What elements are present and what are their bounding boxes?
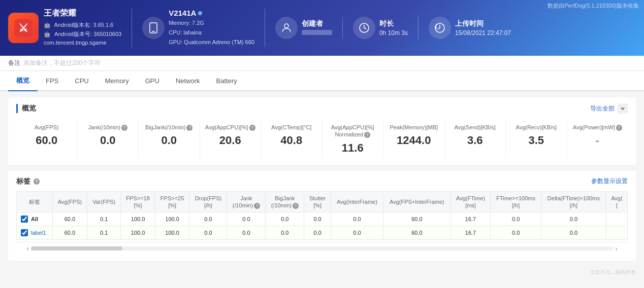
col-tag: 标签 <box>17 191 53 212</box>
row-all-extra <box>606 212 627 226</box>
bigjank-col-help[interactable]: ? <box>293 203 299 209</box>
row-label1-jank: 0.0 <box>227 226 266 240</box>
col-ftime100: FTime>=100ms[/h] <box>491 191 541 212</box>
app-meta: 🤖 Android版本名: 3.65.1.6 🤖 Android版本号: 365… <box>44 21 121 48</box>
game-icon: ⚔ <box>14 19 33 37</box>
device-icon <box>142 17 165 39</box>
tab-gpu[interactable]: GPU <box>137 72 168 91</box>
stat-avg-cpu-norm: Avg(AppCPU)[%]Normalized? 11.6 <box>323 120 384 159</box>
stat-avg-power: Avg(Power)[mW]? - <box>567 120 628 159</box>
col-avg-fps: Avg(FPS) <box>52 191 87 212</box>
overview-header: 概览 导出全部 <box>16 103 628 114</box>
device-section: V2141A Memory: 7.2G CPU: lahaina GPU: Qu… <box>132 9 265 47</box>
power-help-icon[interactable]: ? <box>616 125 622 131</box>
norm-help-icon[interactable]: ? <box>364 132 370 138</box>
col-fps25: FPS>=25[%] <box>155 191 189 212</box>
device-cpu: CPU: lahaina <box>169 29 202 35</box>
row-label1-fps-interframe: 60.0 <box>383 226 450 240</box>
col-delta-ftime: Delta(FTime)>100ms[/h] <box>541 191 606 212</box>
header: 数据由PerfDog(5.1.210300)版本收集 ⚔ 王者荣耀 🤖 Andr… <box>0 0 644 56</box>
row-label1-avg-fps: 60.0 <box>52 226 87 240</box>
table-header: 标签 Avg(FPS) Var(FPS) FPS>=18[%] FPS>=25[… <box>17 191 628 212</box>
tab-overview[interactable]: 概览 <box>8 71 38 91</box>
creator-text: 创建者 <box>302 19 332 37</box>
row-label1-stutter: 0.0 <box>304 226 331 240</box>
col-var-fps: Var(FPS) <box>87 191 121 212</box>
table-row: All 60.0 0.1 100.0 100.0 0.0 0.0 0.0 0.0… <box>17 212 628 226</box>
tab-cpu[interactable]: CPU <box>67 72 96 91</box>
history-icon <box>434 22 446 34</box>
device-id-value: V2141A <box>169 9 196 17</box>
creator-icon <box>275 17 298 39</box>
tab-memory[interactable]: Memory <box>97 72 137 91</box>
appcpu-help-icon[interactable]: ? <box>249 125 255 131</box>
dropdown-button[interactable] <box>618 103 628 114</box>
app-package: com.tencent.tmgp.sgame <box>44 40 107 46</box>
tags-section: 标签 ? 参数显示设置 标签 Avg(FPS) Var(FPS) FPS>=18… <box>8 171 636 261</box>
overview-card: 概览 导出全部 Avg(FPS) 60.0 Jank(/10min)? 0.0 <box>8 97 636 165</box>
overview-title: 概览 <box>16 104 36 113</box>
row-all-delta-ftime: 0.0 <box>541 212 606 226</box>
stat-avg-fps: Avg(FPS) 60.0 <box>16 120 78 159</box>
row-all-label: All <box>31 216 38 222</box>
col-extra: Avg([ <box>606 191 627 212</box>
scrollbar-thumb[interactable] <box>31 246 122 250</box>
row-all-interframe: 0.0 <box>331 212 383 226</box>
tags-help-icon[interactable]: ? <box>34 178 40 185</box>
android-icon: 🤖 <box>44 22 51 28</box>
notes-bar: 备注 添加备注，不超过200个字符 <box>0 56 644 71</box>
app-info: ⚔ 王者荣耀 🤖 Android版本名: 3.65.1.6 🤖 Android版… <box>8 8 132 48</box>
tags-title: 标签 ? <box>16 177 40 186</box>
upload-label: 上传时间 <box>455 19 511 28</box>
table-row: label1 60.0 0.1 100.0 100.0 0.0 0.0 0.0 … <box>17 226 628 240</box>
row-label1-bigjank: 0.0 <box>266 226 304 240</box>
stat-avg-send: Avg(Send)[KB/s] 3.6 <box>445 120 506 159</box>
device-text: V2141A Memory: 7.2G CPU: lahaina GPU: Qu… <box>169 9 254 47</box>
row-all-checkbox[interactable] <box>21 215 28 223</box>
row-all-bigjank: 0.0 <box>266 212 304 226</box>
creator-label: 创建者 <box>302 19 332 28</box>
app-text: 王者荣耀 🤖 Android版本名: 3.65.1.6 🤖 Android版本号… <box>44 8 121 48</box>
bigjank-help-icon[interactable]: ? <box>186 125 192 131</box>
nav-tabs: 概览 FPS CPU Memory GPU Network Battery <box>0 71 644 91</box>
params-link[interactable]: 参数显示设置 <box>591 177 628 186</box>
upload-section: 上传时间 15/08/2021 22:47:07 <box>418 17 521 39</box>
stats-overview: Avg(FPS) 60.0 Jank(/10min)? 0.0 BigJank(… <box>16 120 628 159</box>
stat-peak-memory: Peak(Memory)[MB] 1244.0 <box>383 120 445 159</box>
row-all-fps25: 100.0 <box>155 212 189 226</box>
row-label1-extra <box>606 226 627 240</box>
duration-section: 时长 0h 10m 3s <box>343 17 418 39</box>
row-label1-ftime100: 0.0 <box>491 226 541 240</box>
scroll-right-button[interactable]: › <box>613 244 620 253</box>
chevron-down-icon <box>620 106 625 111</box>
creator-section: 创建者 <box>265 17 343 39</box>
jank-help-icon[interactable]: ? <box>121 125 127 131</box>
col-jank: Jank(/10min)? <box>227 191 266 212</box>
row-label1-var-fps: 0.1 <box>87 226 121 240</box>
tab-battery[interactable]: Battery <box>208 72 245 91</box>
row-all-avg-fps: 60.0 <box>52 212 87 226</box>
jank-col-help[interactable]: ? <box>254 203 260 209</box>
col-ftime: Avg(FTime)[ms] <box>450 191 491 212</box>
android-version: Android版本名: 3.65.1.6 <box>54 22 113 28</box>
row-all-jank: 0.0 <box>227 212 266 226</box>
col-drop: Drop(FPS)[/h] <box>189 191 227 212</box>
table-header-row: 标签 Avg(FPS) Var(FPS) FPS>=18[%] FPS>=25[… <box>17 191 628 212</box>
scrollbar-track <box>31 246 614 250</box>
row-label1-ftime: 16.7 <box>450 226 491 240</box>
device-gpu: GPU: Qualcomm Adreno (TM) 660 <box>169 39 254 45</box>
tab-network[interactable]: Network <box>168 72 208 91</box>
row-all-drop: 0.0 <box>189 212 227 226</box>
stat-avg-recv: Avg(Recv)[KB/s] 3.5 <box>506 120 567 159</box>
android-icon2: 🤖 <box>44 31 51 37</box>
tab-fps[interactable]: FPS <box>38 72 67 91</box>
row-label1-label: label1 <box>31 230 46 236</box>
scrollbar-container: ‹ › <box>16 242 628 255</box>
stat-avg-temp: Avg(CTemp)[°C] 40.8 <box>261 120 323 159</box>
row-label1-checkbox[interactable] <box>21 229 28 236</box>
scroll-left-button[interactable]: ‹ <box>24 244 31 253</box>
duration-icon <box>353 17 375 39</box>
export-button[interactable]: 导出全部 <box>590 104 615 113</box>
android-build: Android版本号: 365010603 <box>54 31 121 37</box>
row-all-stutter: 0.0 <box>304 212 331 226</box>
